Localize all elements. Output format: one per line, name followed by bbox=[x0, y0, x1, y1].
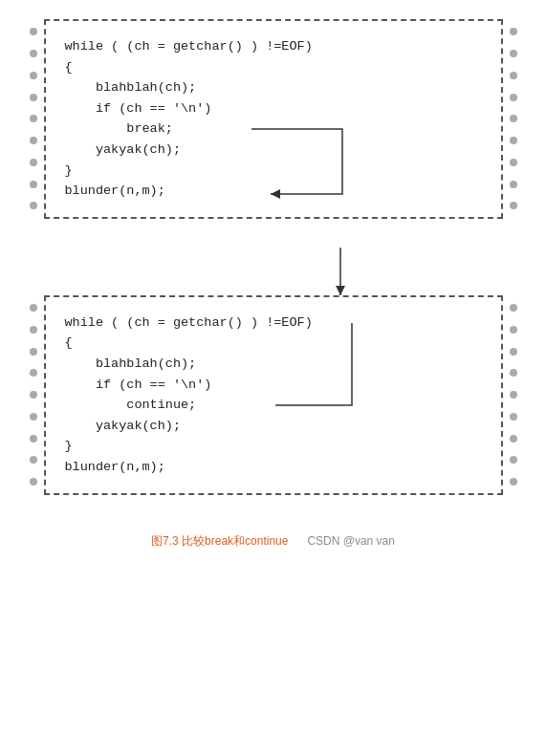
svg-marker-1 bbox=[336, 286, 345, 295]
dot bbox=[510, 369, 517, 377]
dot bbox=[510, 478, 517, 486]
diagram1-dots-right bbox=[505, 21, 522, 217]
diagram2-dots-right bbox=[505, 297, 522, 493]
dot bbox=[30, 94, 37, 101]
dot bbox=[30, 115, 37, 122]
dot bbox=[510, 435, 517, 443]
dot bbox=[30, 456, 37, 464]
dot bbox=[30, 28, 37, 35]
dot bbox=[510, 94, 517, 101]
code-line-2: { bbox=[65, 333, 482, 354]
dot bbox=[30, 435, 37, 443]
code-line-2: { bbox=[65, 57, 482, 78]
dot bbox=[510, 348, 517, 356]
dot bbox=[510, 326, 517, 334]
dot bbox=[510, 137, 517, 144]
code-line-7: } bbox=[65, 436, 482, 457]
dot bbox=[510, 456, 517, 464]
dot bbox=[510, 72, 517, 79]
dot bbox=[30, 50, 37, 57]
dot bbox=[30, 181, 37, 188]
diagram1-box: while ( (ch = getchar() ) !=EOF) { blahb… bbox=[44, 19, 503, 219]
code-line-3: blahblah(ch); bbox=[65, 354, 482, 375]
dot bbox=[510, 50, 517, 57]
dot bbox=[510, 391, 517, 399]
dot bbox=[30, 202, 37, 209]
main-container: while ( (ch = getchar() ) !=EOF) { blahb… bbox=[29, 19, 517, 550]
diagram1-dots-left bbox=[25, 21, 42, 217]
dot bbox=[30, 348, 37, 356]
dot bbox=[510, 159, 517, 166]
code-line-4: if (ch == '\n') bbox=[65, 375, 482, 396]
code-line-8: blunder(n,m); bbox=[65, 457, 482, 478]
diagram1-wrapper: while ( (ch = getchar() ) !=EOF) { blahb… bbox=[44, 19, 503, 219]
dot bbox=[30, 326, 37, 334]
dot bbox=[510, 304, 517, 312]
dot bbox=[30, 391, 37, 399]
code-line-6: yakyak(ch); bbox=[65, 416, 482, 437]
code-line-6: yakyak(ch); bbox=[65, 140, 482, 161]
dot bbox=[510, 28, 517, 35]
dot bbox=[510, 202, 517, 209]
dot bbox=[30, 369, 37, 377]
connector-arrow bbox=[44, 248, 503, 295]
dot bbox=[510, 115, 517, 122]
diagram2-dots-left bbox=[25, 297, 42, 493]
dot bbox=[30, 304, 37, 312]
diagram2-box: while ( (ch = getchar() ) !=EOF) { blahb… bbox=[44, 295, 503, 495]
dot bbox=[30, 478, 37, 486]
dot bbox=[510, 181, 517, 188]
code-line-5: break; bbox=[65, 119, 482, 140]
figure-caption: 图7.3 比较break和continue bbox=[151, 533, 288, 550]
connector-area bbox=[44, 248, 503, 295]
code-line-4: if (ch == '\n') bbox=[65, 98, 482, 119]
code-line-1: while ( (ch = getchar() ) !=EOF) bbox=[65, 313, 482, 334]
code-line-7: } bbox=[65, 161, 482, 182]
code-line-8: blunder(n,m); bbox=[65, 181, 482, 202]
caption: 图7.3 比较break和continue CSDN @van van bbox=[151, 533, 395, 550]
dot bbox=[30, 72, 37, 79]
code-line-3: blahblah(ch); bbox=[65, 77, 482, 98]
author-text: CSDN @van van bbox=[307, 534, 395, 548]
dot bbox=[30, 413, 37, 421]
code-line-5: continue; bbox=[65, 395, 482, 416]
diagram2-wrapper: while ( (ch = getchar() ) !=EOF) { blahb… bbox=[44, 295, 503, 495]
dot bbox=[30, 159, 37, 166]
dot bbox=[30, 137, 37, 144]
dot bbox=[510, 413, 517, 421]
code-line-1: while ( (ch = getchar() ) !=EOF) bbox=[65, 36, 482, 57]
